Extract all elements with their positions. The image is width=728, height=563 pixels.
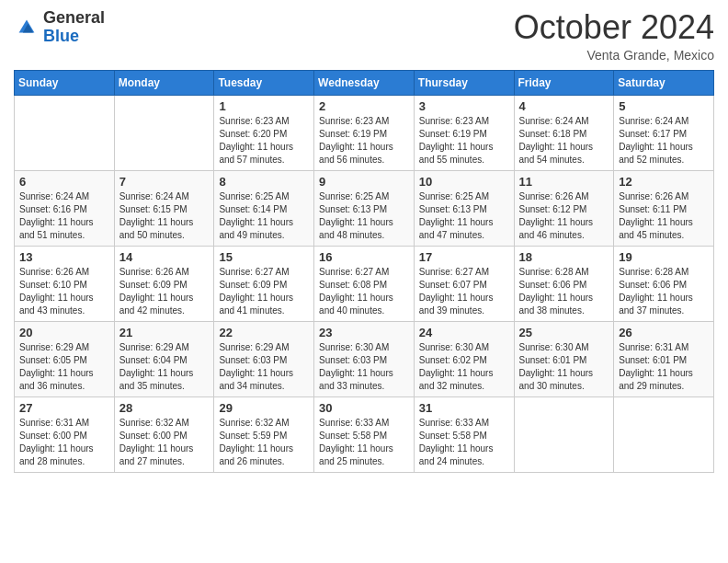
day-cell: 5Sunrise: 6:24 AMSunset: 6:17 PMDaylight…: [614, 95, 714, 170]
day-info: Sunrise: 6:26 AMSunset: 6:12 PMDaylight:…: [519, 190, 609, 242]
days-header-row: Sunday Monday Tuesday Wednesday Thursday…: [15, 70, 714, 95]
day-info: Sunrise: 6:33 AMSunset: 5:58 PMDaylight:…: [419, 417, 509, 468]
header-saturday: Saturday: [614, 70, 714, 95]
day-cell: [514, 396, 614, 472]
day-cell: 15Sunrise: 6:27 AMSunset: 6:09 PMDayligh…: [214, 246, 314, 321]
day-number: 7: [119, 175, 210, 189]
day-cell: 3Sunrise: 6:23 AMSunset: 6:19 PMDaylight…: [414, 95, 514, 170]
day-number: 1: [219, 99, 309, 113]
day-cell: 12Sunrise: 6:26 AMSunset: 6:11 PMDayligh…: [614, 170, 714, 246]
day-number: 23: [319, 326, 409, 339]
day-info: Sunrise: 6:24 AMSunset: 6:18 PMDaylight:…: [519, 115, 609, 167]
day-info: Sunrise: 6:23 AMSunset: 6:19 PMDaylight:…: [419, 115, 509, 167]
day-number: 9: [319, 175, 409, 189]
day-cell: 31Sunrise: 6:33 AMSunset: 5:58 PMDayligh…: [414, 396, 514, 472]
day-cell: 11Sunrise: 6:26 AMSunset: 6:12 PMDayligh…: [514, 170, 614, 246]
day-cell: 23Sunrise: 6:30 AMSunset: 6:03 PMDayligh…: [314, 321, 415, 396]
logo-blue: Blue: [43, 27, 79, 45]
day-info: Sunrise: 6:28 AMSunset: 6:06 PMDaylight:…: [519, 266, 609, 317]
day-info: Sunrise: 6:31 AMSunset: 6:01 PMDaylight:…: [619, 341, 709, 393]
day-cell: 21Sunrise: 6:29 AMSunset: 6:04 PMDayligh…: [114, 321, 214, 396]
day-cell: 16Sunrise: 6:27 AMSunset: 6:08 PMDayligh…: [314, 246, 415, 321]
day-number: 28: [119, 401, 210, 415]
day-cell: 4Sunrise: 6:24 AMSunset: 6:18 PMDaylight…: [514, 95, 614, 170]
day-number: 13: [19, 250, 109, 264]
day-cell: 8Sunrise: 6:25 AMSunset: 6:14 PMDaylight…: [214, 170, 314, 246]
title-area: October 2024 Venta Grande, Mexico: [514, 9, 714, 63]
day-cell: [15, 95, 115, 170]
day-cell: 22Sunrise: 6:29 AMSunset: 6:03 PMDayligh…: [214, 321, 314, 396]
day-cell: 19Sunrise: 6:28 AMSunset: 6:06 PMDayligh…: [614, 246, 714, 321]
day-cell: 10Sunrise: 6:25 AMSunset: 6:13 PMDayligh…: [414, 170, 514, 246]
day-number: 26: [619, 326, 709, 339]
day-number: 2: [319, 99, 409, 113]
day-info: Sunrise: 6:27 AMSunset: 6:07 PMDaylight:…: [419, 266, 509, 317]
week-row-5: 27Sunrise: 6:31 AMSunset: 6:00 PMDayligh…: [15, 396, 714, 472]
day-number: 15: [219, 250, 309, 264]
day-cell: 26Sunrise: 6:31 AMSunset: 6:01 PMDayligh…: [614, 321, 714, 396]
day-cell: 24Sunrise: 6:30 AMSunset: 6:02 PMDayligh…: [414, 321, 514, 396]
day-info: Sunrise: 6:29 AMSunset: 6:04 PMDaylight:…: [119, 341, 210, 393]
day-number: 10: [419, 175, 509, 189]
week-row-3: 13Sunrise: 6:26 AMSunset: 6:10 PMDayligh…: [15, 246, 714, 321]
day-number: 8: [219, 175, 309, 189]
day-number: 3: [419, 99, 509, 113]
calendar-table: Sunday Monday Tuesday Wednesday Thursday…: [14, 70, 714, 473]
day-info: Sunrise: 6:24 AMSunset: 6:16 PMDaylight:…: [19, 190, 109, 242]
day-info: Sunrise: 6:26 AMSunset: 6:10 PMDaylight:…: [19, 266, 109, 317]
day-info: Sunrise: 6:27 AMSunset: 6:09 PMDaylight:…: [219, 266, 309, 317]
day-number: 16: [319, 250, 409, 264]
day-number: 24: [419, 326, 509, 339]
day-info: Sunrise: 6:26 AMSunset: 6:11 PMDaylight:…: [619, 190, 709, 242]
week-row-2: 6Sunrise: 6:24 AMSunset: 6:16 PMDaylight…: [15, 170, 714, 246]
day-cell: 20Sunrise: 6:29 AMSunset: 6:05 PMDayligh…: [15, 321, 115, 396]
day-cell: 9Sunrise: 6:25 AMSunset: 6:13 PMDaylight…: [314, 170, 415, 246]
day-cell: 14Sunrise: 6:26 AMSunset: 6:09 PMDayligh…: [114, 246, 214, 321]
day-number: 29: [219, 401, 309, 415]
header-wednesday: Wednesday: [314, 70, 415, 95]
day-number: 14: [119, 250, 210, 264]
day-info: Sunrise: 6:32 AMSunset: 5:59 PMDaylight:…: [219, 417, 309, 468]
week-row-4: 20Sunrise: 6:29 AMSunset: 6:05 PMDayligh…: [15, 321, 714, 396]
header-tuesday: Tuesday: [214, 70, 314, 95]
day-cell: 25Sunrise: 6:30 AMSunset: 6:01 PMDayligh…: [514, 321, 614, 396]
header-monday: Monday: [114, 70, 214, 95]
day-cell: 17Sunrise: 6:27 AMSunset: 6:07 PMDayligh…: [414, 246, 514, 321]
location: Venta Grande, Mexico: [514, 48, 714, 63]
day-cell: 13Sunrise: 6:26 AMSunset: 6:10 PMDayligh…: [15, 246, 115, 321]
day-info: Sunrise: 6:25 AMSunset: 6:14 PMDaylight:…: [219, 190, 309, 242]
day-info: Sunrise: 6:30 AMSunset: 6:02 PMDaylight:…: [419, 341, 509, 393]
day-cell: 30Sunrise: 6:33 AMSunset: 5:58 PMDayligh…: [314, 396, 415, 472]
day-info: Sunrise: 6:31 AMSunset: 6:00 PMDaylight:…: [19, 417, 109, 468]
day-number: 31: [419, 401, 509, 415]
day-cell: 27Sunrise: 6:31 AMSunset: 6:00 PMDayligh…: [15, 396, 115, 472]
day-info: Sunrise: 6:26 AMSunset: 6:09 PMDaylight:…: [119, 266, 210, 317]
logo: General Blue: [14, 9, 105, 46]
calendar-container: General Blue October 2024 Venta Grande, …: [0, 0, 728, 482]
day-info: Sunrise: 6:27 AMSunset: 6:08 PMDaylight:…: [319, 266, 409, 317]
day-info: Sunrise: 6:24 AMSunset: 6:17 PMDaylight:…: [619, 115, 709, 167]
day-info: Sunrise: 6:23 AMSunset: 6:20 PMDaylight:…: [219, 115, 309, 167]
day-cell: 6Sunrise: 6:24 AMSunset: 6:16 PMDaylight…: [15, 170, 115, 246]
day-cell: [114, 95, 214, 170]
day-cell: 7Sunrise: 6:24 AMSunset: 6:15 PMDaylight…: [114, 170, 214, 246]
week-row-1: 1Sunrise: 6:23 AMSunset: 6:20 PMDaylight…: [15, 95, 714, 170]
day-info: Sunrise: 6:30 AMSunset: 6:03 PMDaylight:…: [319, 341, 409, 393]
day-number: 25: [519, 326, 609, 339]
day-number: 30: [319, 401, 409, 415]
day-info: Sunrise: 6:30 AMSunset: 6:01 PMDaylight:…: [519, 341, 609, 393]
header-row: General Blue October 2024 Venta Grande, …: [14, 9, 714, 63]
day-cell: 29Sunrise: 6:32 AMSunset: 5:59 PMDayligh…: [214, 396, 314, 472]
day-info: Sunrise: 6:32 AMSunset: 6:00 PMDaylight:…: [119, 417, 210, 468]
day-cell: 1Sunrise: 6:23 AMSunset: 6:20 PMDaylight…: [214, 95, 314, 170]
logo-general: General: [43, 8, 105, 27]
day-cell: 18Sunrise: 6:28 AMSunset: 6:06 PMDayligh…: [514, 246, 614, 321]
month-title: October 2024: [514, 9, 714, 46]
day-info: Sunrise: 6:23 AMSunset: 6:19 PMDaylight:…: [319, 115, 409, 167]
day-cell: 28Sunrise: 6:32 AMSunset: 6:00 PMDayligh…: [114, 396, 214, 472]
day-number: 20: [19, 326, 109, 339]
day-number: 19: [619, 250, 709, 264]
logo-icon: [14, 15, 40, 40]
day-number: 4: [519, 99, 609, 113]
day-info: Sunrise: 6:29 AMSunset: 6:03 PMDaylight:…: [219, 341, 309, 393]
